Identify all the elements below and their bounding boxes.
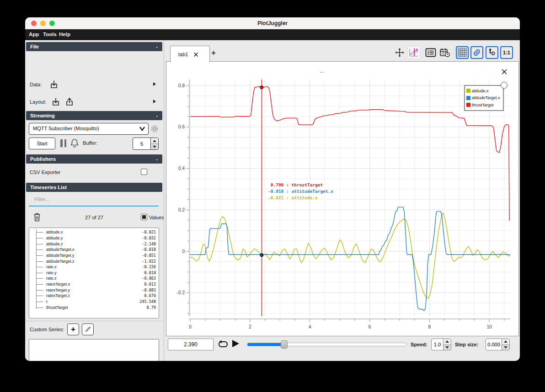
layout-export-icon[interactable]	[64, 97, 75, 107]
time-offset-button[interactable]: tO	[486, 46, 498, 59]
filter-input[interactable]: Filter...	[29, 194, 159, 207]
timeseries-value: -0.063	[142, 276, 156, 281]
legend-item[interactable]: attitude.x	[466, 87, 500, 95]
close-plot-icon[interactable]	[501, 69, 508, 75]
svg-text:0.8: 0.8	[178, 83, 185, 88]
add-custom-series-button[interactable]: +	[67, 323, 79, 335]
menu-tools[interactable]: Tools	[43, 32, 57, 37]
legend-item[interactable]: thrustTarget	[466, 101, 500, 109]
time-slider-handle[interactable]	[281, 340, 288, 349]
section-header-streaming[interactable]: Streaming -	[26, 111, 162, 120]
tab-close-icon[interactable]	[193, 52, 198, 57]
timeseries-row[interactable]: attitudeTarget.z -1.922	[29, 258, 159, 264]
timeseries-value: -1.922	[142, 259, 156, 264]
svg-text:0.4: 0.4	[178, 166, 185, 171]
svg-text:0.2: 0.2	[178, 207, 185, 212]
legend-color-swatch	[466, 103, 470, 107]
section-header-publishers[interactable]: Publishers -	[26, 154, 162, 164]
timeseries-row[interactable]: attitude.y -0.032	[29, 235, 159, 241]
plot-title[interactable]: ...	[304, 68, 340, 74]
link-axes-button[interactable]	[470, 46, 483, 59]
timeseries-row[interactable]: thrustTarget 0.79	[29, 304, 159, 310]
edit-custom-series-button[interactable]	[82, 323, 94, 335]
timeseries-name: t	[46, 299, 48, 304]
t0-icon: tO	[489, 48, 495, 58]
timeseries-value: -0.083	[142, 288, 156, 292]
tree-branch-icon	[36, 267, 43, 267]
new-tab-button[interactable]: +	[211, 48, 216, 58]
timeseries-row[interactable]: rate.z -0.063	[29, 275, 159, 281]
timeseries-row[interactable]: rate.x -0.156	[29, 264, 159, 270]
datetime-button[interactable]	[438, 46, 451, 59]
loop-icon[interactable]	[218, 339, 229, 350]
timeseries-tree[interactable]: attitude.x -0.021 attitude.y -0.032 atti…	[29, 228, 159, 318]
tab-label: tab1	[178, 52, 188, 57]
timeseries-value: -0.051	[142, 253, 156, 258]
timeseries-name: rate.z	[46, 276, 57, 281]
data-submenu-arrow-icon[interactable]	[153, 82, 156, 86]
splitter[interactable]	[164, 40, 164, 361]
tab-tab1[interactable]: tab1	[170, 46, 210, 62]
layout-import-icon[interactable]	[51, 97, 61, 107]
values-checkbox[interactable]	[141, 214, 147, 220]
timeseries-value: 0.018	[144, 270, 156, 275]
curve-tracker-button[interactable]: A	[407, 46, 420, 59]
data-import-icon[interactable]	[49, 79, 59, 90]
grid-layout-button[interactable]	[456, 46, 469, 59]
csv-exporter-label: CSV Exporter	[30, 170, 60, 175]
speed-value: 1.0	[432, 339, 443, 350]
step-size-spinbox[interactable]: 0.000	[486, 339, 510, 350]
timeseries-value: 245.548	[139, 299, 156, 304]
timeseries-name: attitude.y	[46, 236, 63, 240]
csv-exporter-checkbox[interactable]	[141, 169, 147, 175]
collapse-icon[interactable]: -	[156, 154, 158, 164]
streaming-source-select[interactable]: MQTT Subscriber (Mosquitto)	[29, 123, 149, 135]
menu-help[interactable]: Help	[59, 32, 70, 37]
ratio-button[interactable]: 1:1	[500, 46, 513, 59]
timeseries-name: ratesTarget.z	[46, 293, 70, 298]
timeseries-row[interactable]: attitudeTarget.x -0.018	[29, 247, 159, 253]
pan-zoom-button[interactable]	[393, 46, 406, 59]
bell-icon[interactable]	[69, 138, 80, 148]
timeseries-row[interactable]: attitude.z -2.148	[29, 241, 159, 247]
play-icon[interactable]	[232, 340, 239, 347]
tracker-tooltip-line: 0.790 : thrustTarget	[268, 182, 333, 188]
timeseries-name: attitudeTarget.y	[46, 253, 75, 258]
section-header-timeseries[interactable]: Timeseries List	[26, 183, 162, 192]
custom-series-list[interactable]	[29, 339, 159, 361]
legend-list-button[interactable]	[424, 46, 437, 59]
legend-detach-handle[interactable]	[501, 82, 508, 89]
svg-text:A: A	[415, 48, 418, 52]
timeseries-name: attitudeTarget.x	[46, 247, 75, 252]
section-header-file[interactable]: File -	[26, 42, 162, 51]
curve-tracker-icon: A	[408, 47, 419, 58]
timeseries-row[interactable]: t 245.548	[29, 299, 159, 305]
streaming-settings-gear-icon[interactable]	[150, 125, 159, 133]
time-slider[interactable]	[247, 343, 407, 346]
plot-panel: tab1 + A	[166, 40, 520, 361]
legend-item[interactable]: attitudeTarget.x	[466, 95, 500, 102]
timeseries-row[interactable]: rate.y 0.018	[29, 270, 159, 275]
timeseries-row[interactable]: attitude.x -0.021	[29, 229, 159, 235]
tree-branch-icon	[36, 290, 43, 291]
plot-legend[interactable]: attitude.x attitudeTarget.x thrustTarget	[464, 85, 504, 111]
layout-submenu-arrow-icon[interactable]	[153, 100, 156, 103]
values-label: Values	[149, 215, 164, 220]
timeseries-row[interactable]: ratesTarget.z 0.676	[29, 293, 159, 299]
divider	[25, 321, 163, 321]
current-time-field[interactable]: 2.390	[168, 339, 214, 350]
window-title: PlotJuggler	[25, 20, 520, 26]
timeseries-row[interactable]: ratesTarget.y -0.083	[29, 287, 159, 293]
speed-spinbox[interactable]: 1.0	[431, 339, 451, 350]
timeseries-row[interactable]: ratesTarget.x 0.012	[29, 281, 159, 287]
pause-icon[interactable]	[60, 139, 66, 147]
timeseries-row[interactable]: attitudeTarget.y -0.051	[29, 253, 159, 259]
collapse-icon[interactable]: -	[156, 42, 158, 51]
buffer-spinbox[interactable]: 5	[133, 138, 159, 150]
start-button[interactable]: Start	[29, 138, 55, 149]
collapse-icon[interactable]: -	[156, 111, 158, 120]
menu-app[interactable]: App	[29, 32, 39, 37]
timeseries-name: attitude.z	[46, 242, 63, 246]
timeseries-name: thrustTarget	[46, 305, 68, 310]
tracker-tooltip-line: -0.018 : attitudeTarget.x	[268, 188, 333, 195]
